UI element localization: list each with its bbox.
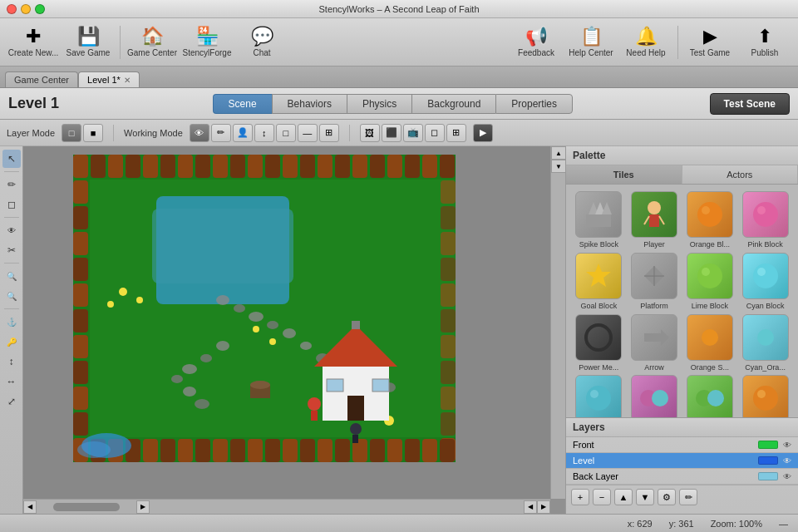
scroll-thumb-horizontal[interactable] [53, 503, 120, 511]
toolbar-need-help[interactable]: 🔔 Need Help [619, 21, 672, 64]
palette-item-cyan-lim[interactable]: Cyan_Lim... [684, 375, 736, 417]
tool-select[interactable]: ↖ [2, 150, 21, 168]
toolbar-stencyl-forge[interactable]: 🏪 StencylForge [180, 21, 234, 64]
scroll-left-arrow[interactable]: ◀ [23, 500, 37, 514]
layer-remove-button[interactable]: − [593, 489, 611, 505]
toolbar-help-center[interactable]: 📋 Help Center [564, 21, 618, 64]
scene-thumb-btn-1[interactable]: 🖼 [360, 124, 380, 142]
svg-point-80 [267, 321, 278, 329]
tab-level-1[interactable]: Level 1* ✕ [78, 71, 140, 87]
tab-background[interactable]: Background [411, 94, 495, 114]
tab-properties[interactable]: Properties [495, 94, 573, 114]
palette-item-arrow[interactable]: Arrow [628, 314, 681, 372]
palette-item-orange-s[interactable]: Orange S... [684, 314, 736, 372]
toolbar-game-center[interactable]: 🏠 Game Center [126, 21, 179, 64]
window-controls[interactable] [7, 4, 45, 14]
working-mode-btn-rect[interactable]: □ [276, 124, 296, 142]
svg-point-136 [652, 390, 668, 406]
tool-anchor[interactable]: ⚓ [2, 313, 21, 331]
canvas-viewport[interactable] [23, 146, 550, 499]
cyan-switch-thumb [575, 375, 622, 417]
scene-thumb-btn-3[interactable]: 📺 [403, 124, 423, 142]
svg-point-84 [182, 364, 197, 374]
toolbar-test-game[interactable]: ▶ Test Game [683, 21, 736, 64]
tool-pencil[interactable]: ✏ [2, 175, 21, 194]
scene-thumb-btn-5[interactable]: ⊞ [446, 124, 466, 142]
palette-item-orange-block[interactable]: Orange Bl... [684, 191, 736, 249]
tool-zoom-in[interactable]: 🔍 [2, 267, 21, 285]
working-mode-btn-actor[interactable]: 👤 [233, 124, 253, 142]
working-mode-btn-select[interactable]: ↕ [254, 124, 274, 142]
tool-key[interactable]: 🔑 [2, 332, 21, 351]
layer-row-level[interactable]: Level 👁 [566, 453, 798, 469]
scroll-nav-arrow-2[interactable]: ▶ [537, 500, 550, 514]
tab-physics[interactable]: Physics [347, 94, 411, 114]
scroll-down-arrow[interactable]: ▼ [551, 160, 565, 173]
scene-thumb-btn-2[interactable]: ⬛ [382, 124, 401, 142]
tool-resize-v[interactable]: ↕ [2, 352, 21, 371]
layer-level-visibility[interactable]: 👁 [783, 456, 791, 466]
layer-add-button[interactable]: + [571, 489, 589, 505]
toolbar-separator-2 [677, 26, 678, 59]
play-button[interactable]: ▶ [473, 124, 493, 142]
scroll-right-arrow[interactable]: ▶ [136, 500, 150, 514]
palette-item-player[interactable]: Player [628, 191, 681, 249]
palette-item-goal-block[interactable]: Goal Block [573, 253, 625, 311]
minimize-button[interactable] [21, 4, 31, 14]
palette-item-spike-block[interactable]: Spike Block [573, 191, 625, 249]
tab-scene[interactable]: Scene [213, 94, 272, 114]
tool-eye[interactable]: 👁 [2, 221, 21, 239]
save-game-icon: 💾 [77, 27, 100, 46]
layer-mode-btn-1[interactable]: □ [62, 124, 81, 142]
toolbar-save-game[interactable]: 💾 Save Game [62, 21, 115, 64]
toolbar-publish[interactable]: ⬆ Publish [738, 21, 791, 64]
tab-level-1-close[interactable]: ✕ [124, 76, 131, 85]
layer-edit-button[interactable]: ✏ [679, 489, 697, 505]
svg-rect-51 [160, 439, 175, 462]
palette-tab-tiles[interactable]: Tiles [566, 165, 682, 184]
layer-row-back[interactable]: Back Layer 👁 [566, 469, 798, 485]
tool-resize-diag[interactable]: ⤢ [2, 392, 21, 411]
working-mode-btn-grid[interactable]: ⊞ [319, 124, 339, 142]
palette-item-cyan-ora[interactable]: Cyan_Ora... [739, 314, 791, 372]
toolbar-chat[interactable]: 💬 Chat [235, 21, 288, 64]
palette-item-cyan-pin[interactable]: Cyan_Pin... [628, 375, 681, 417]
palette-item-pink-block[interactable]: Pink Block [739, 191, 791, 249]
maximize-button[interactable] [35, 4, 45, 14]
working-mode-btn-pencil[interactable]: ✏ [211, 124, 231, 142]
pink-block-thumb [742, 191, 789, 238]
toolbar-feedback[interactable]: 📢 Feedback [510, 21, 563, 64]
tool-resize-h[interactable]: ↔ [2, 372, 21, 391]
svg-rect-33 [73, 412, 88, 436]
palette-item-cyan-block[interactable]: Cyan Block [739, 253, 791, 311]
layer-front-visibility[interactable]: 👁 [783, 441, 791, 450]
vertical-scrollbar[interactable]: ▲ ▼ [550, 146, 565, 499]
tool-cut[interactable]: ✂ [2, 241, 21, 259]
lime-block-name: Lime Block [692, 302, 728, 311]
palette-item-lime-block[interactable]: Lime Block [684, 253, 736, 311]
scroll-nav-arrow-1[interactable]: ◀ [524, 500, 537, 514]
layer-mode-btn-2[interactable]: ■ [83, 124, 103, 142]
close-button[interactable] [7, 4, 17, 14]
tab-behaviors[interactable]: Behaviors [272, 94, 347, 114]
scroll-up-arrow[interactable]: ▲ [551, 146, 565, 160]
layer-move-up-button[interactable]: ▲ [614, 489, 633, 505]
scene-thumb-btn-4[interactable]: ◻ [425, 124, 445, 142]
palette-tab-actors[interactable]: Actors [682, 165, 799, 184]
layer-move-down-button[interactable]: ▼ [636, 489, 654, 505]
tab-game-center[interactable]: Game Center [5, 71, 78, 87]
layer-back-visibility[interactable]: 👁 [783, 472, 791, 481]
layer-settings-button[interactable]: ⚙ [658, 489, 676, 505]
tool-zoom-out[interactable]: 🔍 [2, 287, 21, 305]
palette-item-power-me[interactable]: Power Me... [573, 314, 625, 372]
palette-item-platform[interactable]: Platform [628, 253, 681, 311]
test-scene-button[interactable]: Test Scene [710, 93, 790, 115]
layer-row-front[interactable]: Front 👁 [566, 437, 798, 453]
working-mode-btn-scene[interactable]: 👁 [190, 124, 209, 142]
horizontal-scrollbar[interactable]: ◀ ▶ ◀ ▶ [23, 499, 550, 514]
toolbar-create-new[interactable]: ✚ Create New... [7, 21, 60, 64]
working-mode-btn-line[interactable]: — [298, 124, 318, 142]
palette-item-orange-li[interactable]: Orange_Li... [739, 375, 791, 417]
tool-eraser[interactable]: ◻ [2, 195, 21, 214]
palette-item-cyan-switch[interactable]: Cyan Switch [573, 375, 625, 417]
